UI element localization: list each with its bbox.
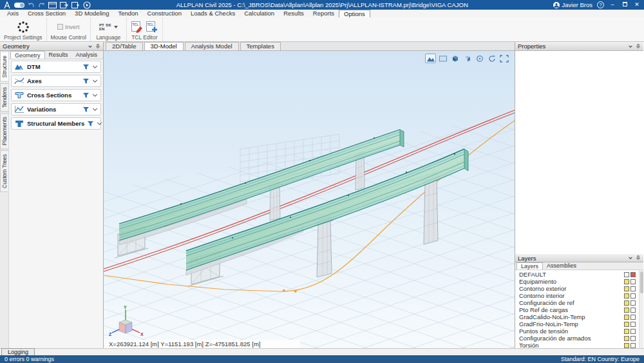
menu-item-loads-checks[interactable]: Loads & Checks — [186, 10, 240, 17]
filter-icon[interactable] — [82, 78, 90, 84]
tree-item-structural-members[interactable]: Structural Members — [11, 117, 101, 130]
menu-item-cross-section[interactable]: Cross Section — [23, 10, 70, 17]
layer-swatch-pen[interactable] — [624, 308, 629, 313]
orientation-gizmo[interactable]: Y X Z — [109, 304, 144, 338]
tree-item-variations[interactable]: Variations — [11, 103, 101, 115]
orbit-button[interactable] — [474, 54, 485, 63]
project-settings-icon[interactable] — [17, 21, 30, 34]
menu-item-calculation[interactable]: Calculation — [240, 10, 279, 17]
layer-row[interactable]: Equipamiento — [515, 278, 643, 285]
toggle-switch[interactable] — [14, 3, 24, 8]
maximize-button[interactable] — [621, 1, 629, 9]
menu-item-3d-modeling[interactable]: 3D Modeling — [70, 10, 113, 17]
undo-icon[interactable] — [28, 2, 35, 8]
layer-row[interactable]: Torsión — [515, 342, 643, 348]
tab-2d-table[interactable]: 2D/Table — [106, 42, 143, 50]
layer-swatch-fill[interactable] — [630, 279, 636, 284]
chevron-down-icon[interactable] — [92, 93, 98, 98]
filter-icon[interactable] — [82, 92, 90, 99]
layer-row[interactable]: Configuración de ref — [515, 299, 643, 306]
pin-icon[interactable] — [95, 44, 100, 49]
layer-row[interactable]: Pto Ref de cargas — [515, 306, 643, 313]
menu-item-construction[interactable]: Construction — [143, 10, 186, 17]
chevron-down-icon[interactable] — [92, 79, 98, 84]
zoom-fit-button[interactable] — [498, 54, 509, 63]
tcl-add-icon[interactable]: TCL — [146, 21, 158, 33]
layer-row[interactable]: GradFrio-NoLin-Temp — [515, 320, 643, 328]
chevron-down-icon[interactable] — [628, 255, 633, 260]
filter-icon[interactable] — [82, 64, 90, 70]
layer-swatch-fill[interactable] — [630, 272, 636, 277]
layer-row[interactable]: Configuración de armados — [515, 335, 643, 342]
layer-swatch-fill[interactable] — [630, 300, 636, 306]
layer-swatch-fill[interactable] — [630, 293, 636, 299]
tab-3d-model[interactable]: 3D-Model — [144, 42, 184, 50]
layer-swatch-pen[interactable] — [624, 279, 629, 284]
layer-swatch-fill[interactable] — [630, 308, 636, 313]
layer-swatch-pen[interactable] — [624, 293, 629, 299]
pin-icon[interactable] — [636, 255, 641, 260]
layer-swatch-fill[interactable] — [630, 329, 636, 334]
chevron-down-icon[interactable] — [92, 64, 98, 70]
wireframe-view-button[interactable] — [437, 54, 448, 63]
filter-icon[interactable] — [87, 121, 94, 127]
tab-geometry[interactable]: Geometry — [10, 51, 45, 59]
side-tab-tendons[interactable]: Tendons — [0, 83, 8, 112]
side-tab-custom-trees[interactable]: Custom Trees — [0, 150, 8, 192]
minimize-button[interactable]: – — [609, 1, 616, 9]
tab-templates[interactable]: Templates — [240, 42, 281, 50]
layer-swatch-pen[interactable] — [624, 315, 629, 320]
tab-analysis-model[interactable]: Analysis Model — [185, 42, 239, 50]
solid-view-button[interactable] — [450, 54, 460, 63]
layer-row[interactable]: Contorno exterior — [515, 285, 643, 292]
tab-results[interactable]: Results — [45, 51, 72, 59]
layer-row[interactable]: Contorno interior — [515, 292, 643, 299]
tab-layers[interactable]: Layers — [516, 262, 543, 270]
layer-swatch-fill[interactable] — [630, 336, 636, 341]
chevron-down-icon[interactable] — [92, 107, 98, 112]
filter-icon[interactable] — [82, 106, 90, 113]
tree-item-axes[interactable]: Axes — [11, 75, 101, 87]
window-layout-icon[interactable] — [48, 2, 57, 8]
layers-scrollbar[interactable] — [639, 270, 643, 348]
scrollbar-thumb[interactable] — [640, 271, 643, 293]
tree-item-dtm[interactable]: DTM — [11, 61, 101, 73]
language-icon[interactable]: PT DE EN — [99, 23, 111, 31]
layer-row[interactable]: Puntos de tensión — [515, 328, 643, 335]
menu-item-tendon[interactable]: Tendon — [113, 10, 142, 17]
chevron-down-icon[interactable] — [628, 44, 633, 49]
window-add-icon[interactable] — [71, 2, 80, 8]
rotate-button[interactable] — [486, 54, 497, 63]
close-button[interactable]: ✕ — [633, 1, 641, 9]
layer-swatch-fill[interactable] — [630, 286, 636, 291]
run-icon[interactable] — [83, 1, 91, 9]
user-menu[interactable]: Javier Bros — [553, 1, 592, 8]
layer-swatch-fill[interactable] — [630, 343, 636, 348]
tab-assemblies[interactable]: Assemblies — [543, 262, 580, 270]
pin-icon[interactable] — [636, 44, 641, 49]
language-dropdown-caret[interactable] — [114, 26, 118, 28]
layer-swatch-pen[interactable] — [624, 329, 629, 334]
layer-swatch-fill[interactable] — [630, 315, 636, 320]
layer-swatch-pen[interactable] — [624, 272, 629, 277]
layer-swatch-pen[interactable] — [624, 343, 629, 348]
side-tab-placements[interactable]: Placements — [0, 113, 8, 149]
3d-viewport[interactable]: Y X Z X=263921.124 [m] Y=1151.193 [m] Z=… — [104, 51, 515, 348]
chevron-down-icon[interactable] — [88, 44, 93, 49]
tcl-edit-icon[interactable]: TCL — [131, 21, 143, 33]
menu-item-axis[interactable]: Axis — [3, 10, 23, 17]
transparent-view-button[interactable] — [462, 54, 473, 63]
window-export-icon[interactable] — [60, 2, 68, 8]
shaded-view-button[interactable] — [425, 54, 436, 63]
layer-swatch-pen[interactable] — [624, 300, 629, 306]
layer-swatch-fill[interactable] — [630, 322, 636, 327]
layer-row[interactable]: DEFAULT — [515, 271, 643, 278]
tab-analysis[interactable]: Analysis — [72, 51, 102, 59]
help-button[interactable]: ? — [597, 1, 604, 8]
invert-checkbox[interactable]: Invert — [57, 24, 80, 30]
layer-swatch-pen[interactable] — [624, 336, 629, 341]
menu-item-options[interactable]: Options — [339, 10, 370, 17]
chevron-down-icon[interactable] — [97, 121, 102, 126]
layer-swatch-pen[interactable] — [624, 286, 629, 291]
menu-item-results[interactable]: Results — [279, 10, 308, 17]
